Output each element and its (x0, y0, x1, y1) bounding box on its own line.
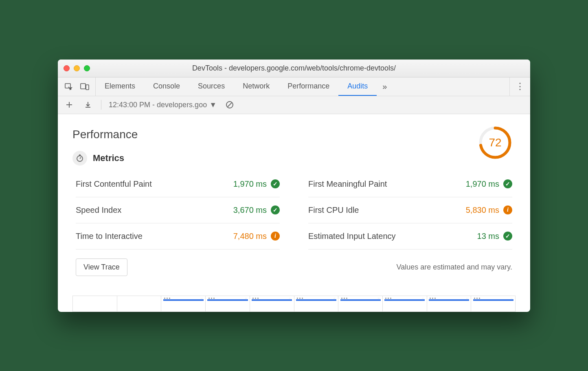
svg-rect-0 (65, 84, 70, 88)
filmstrip-frame[interactable] (117, 296, 161, 312)
metric-label: First CPU Idle (308, 205, 359, 215)
filmstrip-frame[interactable]: ··· (471, 296, 516, 312)
maximize-window-button[interactable] (84, 65, 90, 71)
metric-first-meaningful-paint: First Meaningful Paint 1,970 ms ✓ (308, 171, 512, 197)
audit-report-selector[interactable]: 12:43:00 PM - developers.goo ▼ (109, 101, 217, 109)
footer-note: Values are estimated and may vary. (397, 263, 512, 272)
tabs-overflow-icon[interactable]: » (377, 77, 393, 96)
minimize-window-button[interactable] (74, 65, 80, 71)
metric-value: 1,970 ms (233, 179, 267, 189)
new-audit-button[interactable] (64, 99, 75, 110)
metrics-footer: View Trace Values are estimated and may … (72, 250, 516, 280)
performance-score-value: 72 (478, 126, 512, 160)
filmstrip-frame[interactable]: ··· (382, 296, 427, 312)
metric-label: Estimated Input Latency (308, 232, 396, 241)
section-title: Performance (72, 128, 516, 141)
metric-speed-index: Speed Index 3,670 ms ✓ (76, 197, 280, 223)
audits-toolbar: 12:43:00 PM - developers.goo ▼ (58, 96, 530, 114)
metric-label: First Contentful Paint (76, 179, 152, 189)
devtools-tabbar: Elements Console Sources Network Perform… (58, 77, 530, 96)
filmstrip-frame[interactable]: ··· (427, 296, 471, 312)
metric-label: Speed Index (76, 205, 121, 215)
tab-audits[interactable]: Audits (338, 77, 377, 96)
metrics-grid: First Contentful Paint 1,970 ms ✓ First … (72, 171, 516, 250)
panel-tabs: Elements Console Sources Network Perform… (96, 77, 509, 96)
status-good-icon: ✓ (271, 179, 280, 188)
status-average-icon: i (271, 232, 280, 241)
filmstrip-frame[interactable]: ··· (205, 296, 250, 312)
status-average-icon: i (503, 205, 512, 214)
audit-report-label: 12:43:00 PM - developers.goo (109, 101, 207, 109)
metrics-heading: Metrics (93, 153, 124, 163)
metric-first-contentful-paint: First Contentful Paint 1,970 ms ✓ (76, 171, 280, 197)
window-controls (64, 65, 90, 71)
metric-value: 3,670 ms (233, 205, 267, 215)
tab-console[interactable]: Console (144, 77, 189, 96)
stopwatch-icon (72, 151, 87, 166)
filmstrip-frame[interactable]: ··· (161, 296, 205, 312)
inspect-controls (58, 77, 96, 96)
metric-time-to-interactive: Time to Interactive 7,480 ms i (76, 223, 280, 250)
metric-estimated-input-latency: Estimated Input Latency 13 ms ✓ (308, 223, 512, 250)
status-good-icon: ✓ (503, 232, 512, 241)
devtools-menu-button[interactable]: ⋮ (509, 77, 530, 96)
toolbar-divider (101, 100, 101, 110)
filmstrip-frame[interactable]: ··· (338, 296, 382, 312)
kebab-menu-icon: ⋮ (516, 81, 524, 92)
metric-value: 7,480 ms (233, 232, 267, 241)
tab-network[interactable]: Network (234, 77, 279, 96)
status-good-icon: ✓ (271, 205, 280, 214)
svg-rect-2 (86, 85, 89, 90)
svg-rect-1 (81, 84, 86, 89)
metric-value: 5,830 ms (466, 205, 499, 215)
audit-report-content: 72 Performance Metrics First Contentful … (58, 114, 530, 288)
metric-label: First Meaningful Paint (308, 179, 387, 189)
metrics-header: Metrics (72, 151, 516, 166)
filmstrip-frame[interactable] (72, 296, 117, 312)
dropdown-triangle-icon: ▼ (209, 101, 217, 109)
metric-label: Time to Interactive (76, 232, 143, 241)
screenshot-filmstrip: ··· ··· ··· ··· ··· ··· ··· ··· (58, 296, 530, 312)
metric-value: 1,970 ms (466, 179, 499, 189)
status-good-icon: ✓ (503, 179, 512, 188)
devtools-window: DevTools - developers.google.com/web/too… (58, 60, 530, 312)
filmstrip-frame[interactable]: ··· (294, 296, 338, 312)
view-trace-button[interactable]: View Trace (76, 258, 127, 276)
tab-elements[interactable]: Elements (96, 77, 144, 96)
close-window-button[interactable] (64, 65, 70, 71)
titlebar: DevTools - developers.google.com/web/too… (58, 60, 530, 77)
performance-score-gauge: 72 (478, 126, 512, 160)
tab-performance[interactable]: Performance (279, 77, 338, 96)
filmstrip-frame[interactable]: ··· (250, 296, 294, 312)
clear-button[interactable] (224, 99, 235, 110)
metric-first-cpu-idle: First CPU Idle 5,830 ms i (308, 197, 512, 223)
inspect-element-icon[interactable] (63, 81, 74, 92)
device-toggle-icon[interactable] (79, 81, 90, 92)
download-report-button[interactable] (82, 99, 94, 110)
window-title: DevTools - developers.google.com/web/too… (58, 64, 530, 73)
tab-sources[interactable]: Sources (189, 77, 234, 96)
metric-value: 13 ms (477, 232, 499, 241)
